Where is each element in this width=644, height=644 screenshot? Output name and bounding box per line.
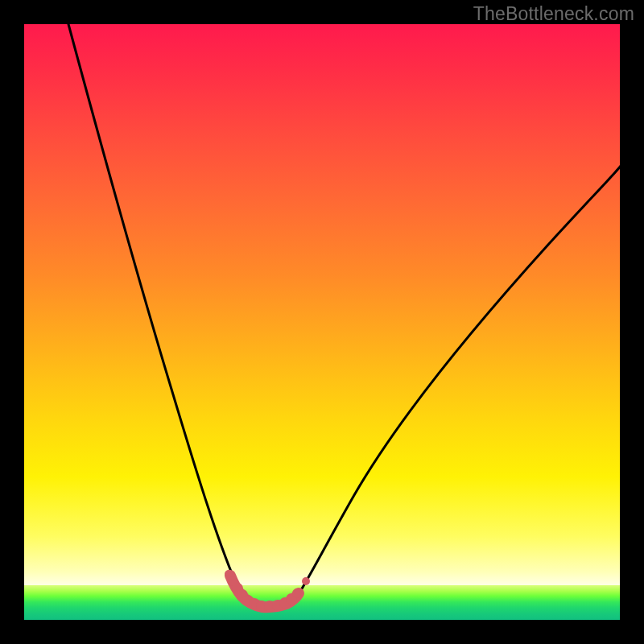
left-curve <box>68 24 250 605</box>
svg-point-11 <box>292 588 302 598</box>
curve-overlay <box>24 24 620 620</box>
necklace-beads <box>225 570 310 612</box>
canvas-frame: TheBottleneck.com <box>0 0 644 644</box>
watermark-text: TheBottleneck.com <box>473 3 634 25</box>
svg-point-12 <box>302 577 310 585</box>
right-curve <box>291 165 621 605</box>
